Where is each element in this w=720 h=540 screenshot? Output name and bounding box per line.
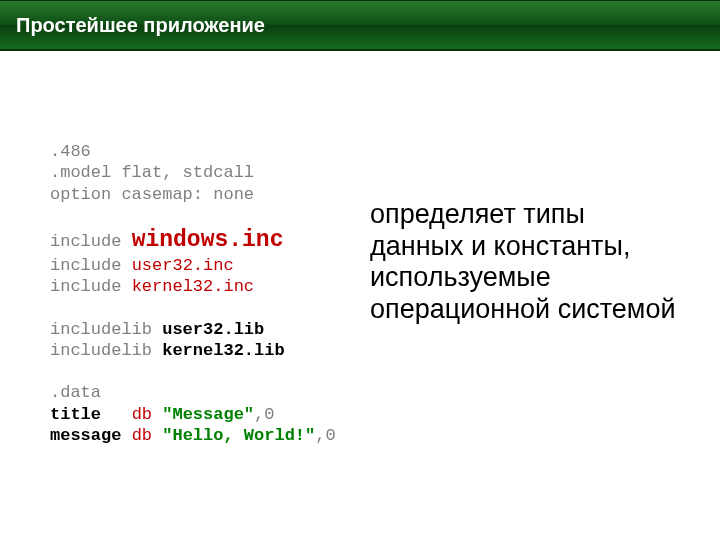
title-bar: Простейшее приложение <box>0 0 720 51</box>
description-text: определяет типы данных и константы, испо… <box>370 199 680 325</box>
code-line: include <box>50 232 132 251</box>
page-title: Простейшее приложение <box>16 14 265 37</box>
code-include: user32.inc <box>132 256 234 275</box>
code-highlight: windows.inc <box>132 227 284 253</box>
code-sym: message <box>50 426 132 445</box>
code-tail: ,0 <box>254 405 274 424</box>
code-include: kernel32.inc <box>132 277 254 296</box>
code-line: .model flat, stdcall <box>50 163 254 182</box>
code-db: db <box>132 405 163 424</box>
code-line: include <box>50 277 132 296</box>
code-string: "Hello, World!" <box>162 426 315 445</box>
code-line: .486 <box>50 142 91 161</box>
code-line: .data <box>50 383 101 402</box>
code-tail: ,0 <box>315 426 335 445</box>
code-string: "Message" <box>162 405 254 424</box>
code-db: db <box>132 426 163 445</box>
code-sym: title <box>50 405 132 424</box>
code-line: includelib <box>50 320 162 339</box>
content-area: .486 .model flat, stdcall option casemap… <box>0 51 720 446</box>
code-line: include <box>50 256 132 275</box>
code-line: option casemap: none <box>50 185 254 204</box>
code-lib: user32.lib <box>162 320 264 339</box>
code-lib: kernel32.lib <box>162 341 284 360</box>
code-line: includelib <box>50 341 162 360</box>
